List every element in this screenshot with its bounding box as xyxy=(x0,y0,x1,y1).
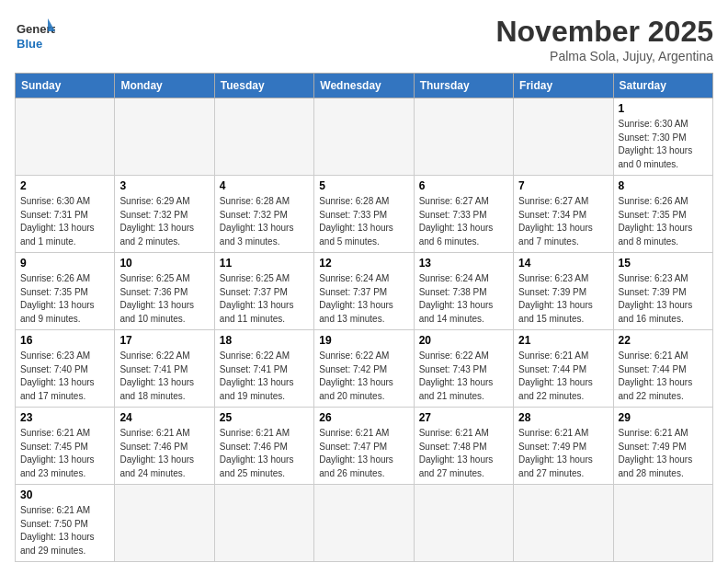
calendar-day xyxy=(16,98,115,176)
calendar-day: 12Sunrise: 6:24 AMSunset: 7:37 PMDayligh… xyxy=(314,253,414,330)
day-info: Sunrise: 6:21 AMSunset: 7:46 PMDaylight:… xyxy=(119,427,209,480)
day-header-tuesday: Tuesday xyxy=(214,74,313,98)
day-info: Sunrise: 6:23 AMSunset: 7:40 PMDaylight:… xyxy=(20,350,109,403)
day-info: Sunrise: 6:22 AMSunset: 7:43 PMDaylight:… xyxy=(419,350,508,403)
calendar-day: 1Sunrise: 6:30 AMSunset: 7:30 PMDaylight… xyxy=(613,98,712,176)
calendar-day xyxy=(214,485,313,562)
day-number: 17 xyxy=(119,334,209,347)
location-subtitle: Palma Sola, Jujuy, Argentina xyxy=(495,49,713,63)
day-info: Sunrise: 6:27 AMSunset: 7:34 PMDaylight:… xyxy=(518,195,608,248)
calendar-day xyxy=(414,485,513,562)
calendar-day xyxy=(314,98,414,176)
day-header-wednesday: Wednesday xyxy=(314,74,414,98)
day-number: 6 xyxy=(419,179,508,192)
logo-svg: General Blue xyxy=(15,15,55,55)
logo: General Blue xyxy=(15,15,55,55)
day-number: 7 xyxy=(518,179,608,192)
day-info: Sunrise: 6:29 AMSunset: 7:32 PMDaylight:… xyxy=(119,195,209,248)
calendar-day: 19Sunrise: 6:22 AMSunset: 7:42 PMDayligh… xyxy=(314,330,414,408)
calendar-day: 26Sunrise: 6:21 AMSunset: 7:47 PMDayligh… xyxy=(314,408,414,485)
day-number: 8 xyxy=(619,179,708,192)
day-number: 5 xyxy=(319,179,408,192)
calendar-day: 25Sunrise: 6:21 AMSunset: 7:46 PMDayligh… xyxy=(214,408,313,485)
calendar-day: 29Sunrise: 6:21 AMSunset: 7:49 PMDayligh… xyxy=(613,408,712,485)
day-info: Sunrise: 6:22 AMSunset: 7:41 PMDaylight:… xyxy=(220,350,309,403)
calendar-day: 7Sunrise: 6:27 AMSunset: 7:34 PMDaylight… xyxy=(514,176,613,253)
calendar-day xyxy=(613,485,712,562)
day-number: 30 xyxy=(20,488,109,501)
day-info: Sunrise: 6:30 AMSunset: 7:31 PMDaylight:… xyxy=(20,195,109,248)
calendar-day: 17Sunrise: 6:22 AMSunset: 7:41 PMDayligh… xyxy=(115,330,214,408)
calendar-day: 21Sunrise: 6:21 AMSunset: 7:44 PMDayligh… xyxy=(514,330,613,408)
day-number: 24 xyxy=(119,411,209,424)
day-number: 15 xyxy=(619,257,708,270)
calendar-day: 24Sunrise: 6:21 AMSunset: 7:46 PMDayligh… xyxy=(115,408,214,485)
day-info: Sunrise: 6:25 AMSunset: 7:36 PMDaylight:… xyxy=(119,272,209,326)
day-number: 11 xyxy=(220,257,309,270)
day-info: Sunrise: 6:23 AMSunset: 7:39 PMDaylight:… xyxy=(518,272,608,326)
day-header-friday: Friday xyxy=(514,74,613,98)
day-number: 29 xyxy=(619,411,708,424)
calendar-day: 16Sunrise: 6:23 AMSunset: 7:40 PMDayligh… xyxy=(16,330,115,408)
day-info: Sunrise: 6:28 AMSunset: 7:32 PMDaylight:… xyxy=(220,195,309,248)
day-number: 16 xyxy=(20,334,109,347)
day-info: Sunrise: 6:21 AMSunset: 7:49 PMDaylight:… xyxy=(619,427,708,480)
day-info: Sunrise: 6:26 AMSunset: 7:35 PMDaylight:… xyxy=(20,272,109,326)
calendar-week-6: 30Sunrise: 6:21 AMSunset: 7:50 PMDayligh… xyxy=(16,485,713,562)
day-number: 26 xyxy=(319,411,408,424)
calendar-day: 3Sunrise: 6:29 AMSunset: 7:32 PMDaylight… xyxy=(115,176,214,253)
day-number: 10 xyxy=(119,257,209,270)
day-info: Sunrise: 6:21 AMSunset: 7:44 PMDaylight:… xyxy=(518,350,608,403)
day-info: Sunrise: 6:24 AMSunset: 7:38 PMDaylight:… xyxy=(419,272,508,326)
day-number: 19 xyxy=(319,334,408,347)
day-number: 14 xyxy=(518,257,608,270)
calendar-day: 5Sunrise: 6:28 AMSunset: 7:33 PMDaylight… xyxy=(314,176,414,253)
calendar-day xyxy=(514,98,613,176)
calendar-table: SundayMondayTuesdayWednesdayThursdayFrid… xyxy=(15,73,713,562)
day-header-saturday: Saturday xyxy=(613,74,712,98)
calendar-day xyxy=(514,485,613,562)
page-header: General Blue November 2025 Palma Sola, J… xyxy=(15,15,713,63)
day-number: 9 xyxy=(20,257,109,270)
calendar-day xyxy=(115,485,214,562)
day-number: 25 xyxy=(220,411,309,424)
day-number: 3 xyxy=(119,179,209,192)
day-header-monday: Monday xyxy=(115,74,214,98)
day-info: Sunrise: 6:21 AMSunset: 7:45 PMDaylight:… xyxy=(20,427,109,480)
calendar-week-3: 9Sunrise: 6:26 AMSunset: 7:35 PMDaylight… xyxy=(16,253,713,330)
day-info: Sunrise: 6:26 AMSunset: 7:35 PMDaylight:… xyxy=(619,195,708,248)
calendar-day: 13Sunrise: 6:24 AMSunset: 7:38 PMDayligh… xyxy=(414,253,513,330)
day-number: 12 xyxy=(319,257,408,270)
calendar-day: 2Sunrise: 6:30 AMSunset: 7:31 PMDaylight… xyxy=(16,176,115,253)
day-info: Sunrise: 6:22 AMSunset: 7:41 PMDaylight:… xyxy=(119,350,209,403)
day-number: 23 xyxy=(20,411,109,424)
day-number: 20 xyxy=(419,334,508,347)
calendar-day xyxy=(414,98,513,176)
title-block: November 2025 Palma Sola, Jujuy, Argenti… xyxy=(495,15,713,63)
calendar-day: 8Sunrise: 6:26 AMSunset: 7:35 PMDaylight… xyxy=(613,176,712,253)
day-info: Sunrise: 6:22 AMSunset: 7:42 PMDaylight:… xyxy=(319,350,408,403)
day-info: Sunrise: 6:28 AMSunset: 7:33 PMDaylight:… xyxy=(319,195,408,248)
day-info: Sunrise: 6:21 AMSunset: 7:47 PMDaylight:… xyxy=(319,427,408,480)
calendar-day xyxy=(314,485,414,562)
day-header-thursday: Thursday xyxy=(414,74,513,98)
calendar-day: 28Sunrise: 6:21 AMSunset: 7:49 PMDayligh… xyxy=(514,408,613,485)
calendar-day: 14Sunrise: 6:23 AMSunset: 7:39 PMDayligh… xyxy=(514,253,613,330)
calendar-day: 10Sunrise: 6:25 AMSunset: 7:36 PMDayligh… xyxy=(115,253,214,330)
calendar-week-4: 16Sunrise: 6:23 AMSunset: 7:40 PMDayligh… xyxy=(16,330,713,408)
calendar-day: 23Sunrise: 6:21 AMSunset: 7:45 PMDayligh… xyxy=(16,408,115,485)
calendar-day: 9Sunrise: 6:26 AMSunset: 7:35 PMDaylight… xyxy=(16,253,115,330)
day-info: Sunrise: 6:30 AMSunset: 7:30 PMDaylight:… xyxy=(619,118,708,171)
calendar-week-1: 1Sunrise: 6:30 AMSunset: 7:30 PMDaylight… xyxy=(16,98,713,176)
day-info: Sunrise: 6:21 AMSunset: 7:49 PMDaylight:… xyxy=(518,427,608,480)
day-number: 28 xyxy=(518,411,608,424)
calendar-day: 22Sunrise: 6:21 AMSunset: 7:44 PMDayligh… xyxy=(613,330,712,408)
day-number: 18 xyxy=(220,334,309,347)
day-number: 22 xyxy=(619,334,708,347)
calendar-header-row: SundayMondayTuesdayWednesdayThursdayFrid… xyxy=(16,74,713,98)
calendar-day: 30Sunrise: 6:21 AMSunset: 7:50 PMDayligh… xyxy=(16,485,115,562)
day-number: 27 xyxy=(419,411,508,424)
day-info: Sunrise: 6:21 AMSunset: 7:46 PMDaylight:… xyxy=(220,427,309,480)
calendar-day: 20Sunrise: 6:22 AMSunset: 7:43 PMDayligh… xyxy=(414,330,513,408)
calendar-day: 27Sunrise: 6:21 AMSunset: 7:48 PMDayligh… xyxy=(414,408,513,485)
